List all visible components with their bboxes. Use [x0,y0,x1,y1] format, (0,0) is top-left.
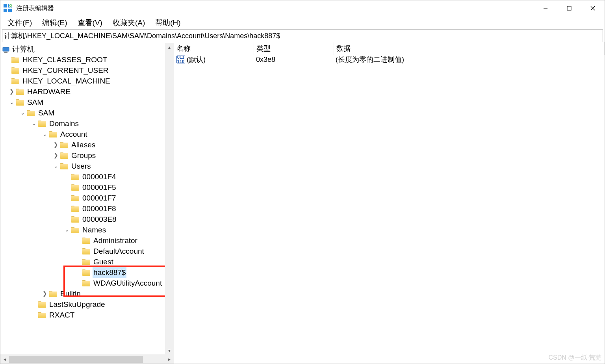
tree-user-1f7[interactable]: 000001F7 [0,193,174,203]
tree-label: Administrator [93,235,138,246]
chevron-down-icon[interactable]: ⌄ [30,120,37,127]
chevron-down-icon[interactable]: ⌄ [41,131,48,138]
tree-sam2[interactable]: ⌄SAM [0,108,174,118]
scroll-thumb[interactable] [9,356,143,363]
tree-label: Guest [93,256,114,267]
tree-label: 000001F8 [82,203,117,214]
tree-name-wdagutility[interactable]: WDAGUtilityAccount [0,278,174,288]
tree-sam1[interactable]: ⌄SAM [0,97,174,108]
chevron-down-icon[interactable]: ⌄ [19,110,26,117]
col-name[interactable]: 名称 [174,42,254,55]
chevron-down-icon[interactable]: ⌄ [63,227,71,234]
tree-names[interactable]: ⌄Names [0,225,174,235]
tree-label: HKEY_LOCAL_MACHINE [22,76,111,86]
tree-horizontal-scrollbar[interactable]: ◂ ▸ [0,355,174,364]
scroll-right-button[interactable]: ▸ [165,355,174,364]
tree-root[interactable]: 计算机 [0,44,174,54]
tree-label: LastSkuUpgrade [48,299,106,310]
svg-rect-2 [4,9,7,12]
binary-value-icon: 011110 [176,56,185,63]
folder-icon [71,195,79,201]
tree-user-1f8[interactable]: 000001F8 [0,203,174,214]
folder-icon [11,78,19,84]
menu-file[interactable]: 文件(F) [3,16,37,30]
svg-rect-3 [8,9,12,12]
folder-icon [49,131,57,137]
tree-name-hack887[interactable]: hack887$ [0,267,174,278]
tree-lastsku[interactable]: LastSkuUpgrade [0,299,174,310]
tree-aliases[interactable]: ❯Aliases [0,139,174,150]
tree-user-1f4[interactable]: 000001F4 [0,171,174,182]
folder-icon [71,206,79,212]
menu-help[interactable]: 帮助(H) [150,16,185,30]
close-button[interactable] [581,0,605,16]
tree-label: HARDWARE [26,86,71,97]
titlebar: 注册表编辑器 [0,0,605,16]
list-header: 名称 类型 数据 [174,43,605,54]
tree-label: 000003E8 [82,214,117,225]
tree-label: 000001F7 [82,193,117,203]
chevron-right-icon[interactable]: ❯ [52,141,59,149]
values-pane: 名称 类型 数据 011110 (默认) 0x3e8 (长度为零的二进制值) [174,43,605,364]
folder-icon [60,152,68,159]
chevron-right-icon[interactable]: ❯ [52,152,59,159]
chevron-down-icon[interactable]: ⌄ [8,99,15,106]
cell-data: (长度为零的二进制值) [333,54,605,65]
tree-label: DefaultAccount [93,246,145,256]
tree-label: RXACT [48,310,75,320]
folder-icon [71,184,79,191]
tree-label: Users [71,161,92,171]
address-bar[interactable]: 计算机\HKEY_LOCAL_MACHINE\SAM\SAM\Domains\A… [2,30,603,42]
registry-tree[interactable]: 计算机 HKEY_CLASSES_ROOT HKEY_CURRENT_USER … [0,43,174,355]
tree-name-defaultaccount[interactable]: DefaultAccount [0,246,174,256]
tree-label: 000001F5 [82,182,117,193]
tree-label: Account [59,129,88,139]
chevron-down-icon[interactable]: ⌄ [52,163,59,170]
tree-hardware[interactable]: ❯HARDWARE [0,86,174,97]
scroll-track[interactable] [9,355,165,364]
tree-label: HKEY_CURRENT_USER [22,65,109,76]
menu-favorites[interactable]: 收藏夹(A) [108,16,150,30]
tree-hkcr[interactable]: HKEY_CLASSES_ROOT [0,54,174,65]
menu-view[interactable]: 查看(V) [73,16,107,30]
tree-label: 000001F4 [82,171,117,182]
tree-name-administrator[interactable]: Administrator [0,235,174,246]
menu-edit[interactable]: 编辑(E) [37,16,72,30]
svg-rect-10 [4,52,7,53]
tree-user-1f5[interactable]: 000001F5 [0,182,174,193]
tree-hkcu[interactable]: HKEY_CURRENT_USER [0,65,174,76]
tree-label: Builtin [59,288,82,299]
minimize-button[interactable] [534,0,557,16]
maximize-button[interactable] [557,0,581,16]
tree-users[interactable]: ⌄Users [0,161,174,171]
chevron-right-icon[interactable]: ❯ [8,88,15,95]
folder-icon [82,269,90,276]
folder-icon [60,142,68,148]
tree-groups[interactable]: ❯Groups [0,150,174,161]
chevron-right-icon[interactable]: ❯ [41,290,48,297]
col-type[interactable]: 类型 [254,42,334,55]
tree-builtin[interactable]: ❯Builtin [0,288,174,299]
scroll-left-button[interactable]: ◂ [0,355,9,364]
folder-icon [82,280,90,286]
scroll-up-button[interactable]: ▴ [165,43,174,52]
tree-user-3e8[interactable]: 000003E8 [0,214,174,225]
folder-icon [11,67,19,74]
folder-icon [38,301,46,308]
scroll-down-button[interactable]: ▾ [165,346,174,355]
tree-name-guest[interactable]: Guest [0,256,174,267]
body: 计算机 HKEY_CLASSES_ROOT HKEY_CURRENT_USER … [0,43,605,364]
tree-domains[interactable]: ⌄Domains [0,118,174,129]
tree-hklm[interactable]: HKEY_LOCAL_MACHINE [0,76,174,86]
folder-icon [60,163,68,169]
svg-rect-9 [3,47,9,51]
tree-vertical-scrollbar[interactable]: ▴ ▾ [165,43,174,355]
col-data[interactable]: 数据 [334,42,605,55]
tree-rxact[interactable]: RXACT [0,310,174,320]
list-body[interactable]: 011110 (默认) 0x3e8 (长度为零的二进制值) [174,54,605,364]
tree-label: Domains [48,118,80,129]
folder-icon [16,99,24,106]
list-row[interactable]: 011110 (默认) 0x3e8 (长度为零的二进制值) [174,54,605,65]
menubar: 文件(F) 编辑(E) 查看(V) 收藏夹(A) 帮助(H) [0,16,605,30]
tree-account[interactable]: ⌄Account [0,129,174,139]
